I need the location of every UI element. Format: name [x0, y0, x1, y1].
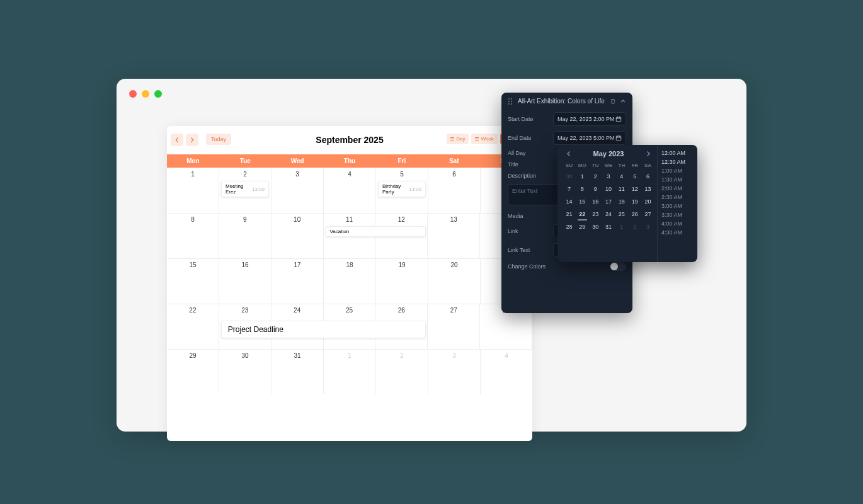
day-cell[interactable]: 4 — [481, 350, 532, 394]
day-cell[interactable]: 22 — [167, 304, 219, 349]
day-number: 15 — [167, 261, 219, 268]
picker-day[interactable]: 16 — [589, 196, 602, 207]
day-number: 12 — [375, 216, 427, 223]
picker-day[interactable]: 23 — [589, 209, 602, 220]
picker-next-button[interactable] — [644, 150, 652, 158]
picker-day[interactable]: 1 — [576, 171, 589, 182]
day-cell[interactable]: 20 — [428, 259, 481, 304]
today-button[interactable]: Today — [206, 134, 231, 145]
time-option[interactable]: 2:00 AM — [659, 184, 696, 193]
picker-day[interactable]: 3 — [641, 221, 654, 232]
view-week-button[interactable]: Week — [471, 134, 497, 144]
start-date-input[interactable]: May 22, 2023 2:00 PM — [553, 112, 626, 126]
time-option[interactable]: 12:30 AM — [659, 158, 696, 166]
calendar-icon — [615, 116, 622, 122]
picker-day[interactable]: 13 — [641, 183, 654, 195]
event-chip[interactable]: Vacation — [326, 226, 426, 237]
picker-day[interactable]: 22 — [576, 209, 589, 220]
time-option[interactable]: 1:30 AM — [659, 175, 696, 184]
picker-day[interactable]: 20 — [641, 196, 654, 207]
day-cell[interactable]: 16 — [219, 259, 271, 304]
picker-day[interactable]: 29 — [576, 221, 589, 232]
time-option[interactable]: 4:30 AM — [659, 228, 696, 237]
picker-day[interactable]: 28 — [563, 221, 576, 232]
day-cell[interactable]: 1 — [324, 350, 376, 394]
time-option[interactable]: 12:00 AM — [659, 149, 696, 158]
picker-day[interactable]: 3 — [602, 171, 615, 182]
time-option[interactable]: 1:00 AM — [659, 166, 696, 175]
picker-day[interactable]: 2 — [628, 221, 641, 232]
picker-day[interactable]: 26 — [628, 209, 641, 220]
day-cell[interactable]: 27 — [428, 304, 480, 349]
day-cell[interactable]: 15 — [167, 259, 219, 304]
picker-day[interactable]: 30 — [589, 221, 602, 232]
collapse-icon[interactable] — [620, 98, 626, 105]
colors-toggle[interactable] — [610, 262, 626, 271]
picker-prev-button[interactable] — [565, 150, 573, 158]
day-cell[interactable]: 3 — [271, 168, 324, 213]
day-cell[interactable]: 5Birthday Party13:00 — [376, 168, 428, 213]
day-cell[interactable]: 10 — [271, 214, 324, 258]
day-cell[interactable]: 3 — [428, 350, 481, 394]
picker-day[interactable]: 9 — [589, 183, 602, 195]
day-cell[interactable]: 2 — [376, 350, 428, 394]
day-cell[interactable]: 29 — [167, 350, 219, 394]
day-cell[interactable]: 4 — [324, 168, 376, 213]
picker-day[interactable]: 11 — [615, 183, 628, 195]
picker-day[interactable]: 21 — [563, 209, 576, 220]
day-cell[interactable]: 8 — [167, 214, 219, 258]
picker-day[interactable]: 19 — [628, 196, 641, 207]
day-cell[interactable]: 31 — [271, 350, 324, 394]
picker-day[interactable]: 2 — [589, 171, 602, 182]
picker-day[interactable]: 7 — [563, 183, 576, 195]
time-option[interactable]: 3:30 AM — [659, 210, 696, 219]
picker-day[interactable]: 4 — [615, 171, 628, 182]
end-date-input[interactable]: May 22, 2023 5:00 PM — [553, 131, 626, 145]
time-option[interactable]: 2:30 AM — [659, 193, 696, 202]
day-cell[interactable]: 17 — [271, 259, 324, 304]
picker-day[interactable]: 14 — [563, 196, 576, 207]
next-button[interactable] — [186, 134, 198, 146]
picker-day[interactable]: 25 — [615, 209, 628, 220]
picker-day[interactable]: 30 — [563, 171, 576, 182]
day-number: 6 — [428, 171, 480, 178]
view-day-label: Day — [456, 136, 465, 142]
picker-day[interactable]: 15 — [576, 196, 589, 207]
picker-day[interactable]: 12 — [628, 183, 641, 195]
picker-day[interactable]: 24 — [602, 209, 615, 220]
picker-day[interactable]: 17 — [602, 196, 615, 207]
event-chip[interactable]: Birthday Party13:00 — [378, 181, 426, 197]
time-list[interactable]: 12:00 AM12:30 AM1:00 AM1:30 AM2:00 AM2:3… — [657, 145, 697, 262]
day-number: 27 — [428, 307, 479, 314]
trash-icon[interactable] — [610, 98, 616, 105]
view-day-button[interactable]: Day — [447, 134, 469, 144]
drag-handle-icon[interactable] — [508, 98, 514, 105]
editor-title: All-Art Exhibition: Colors of Life — [518, 98, 606, 105]
day-cell[interactable]: 1 — [167, 168, 219, 213]
time-option[interactable]: 3:00 AM — [659, 202, 696, 210]
event-label: Birthday Party — [382, 183, 405, 195]
event-chip[interactable]: Project Deadline — [221, 321, 426, 338]
prev-button[interactable] — [171, 134, 183, 146]
day-cell[interactable]: 18 — [324, 259, 376, 304]
picker-day[interactable]: 8 — [576, 183, 589, 195]
svg-point-4 — [508, 103, 510, 105]
picker-day[interactable]: 10 — [602, 183, 615, 195]
day-cell[interactable]: 9 — [219, 214, 271, 258]
maximize-dot[interactable] — [154, 90, 162, 98]
picker-day[interactable]: 6 — [641, 171, 654, 182]
picker-day[interactable]: 31 — [602, 221, 615, 232]
day-cell[interactable]: 13 — [428, 214, 480, 258]
picker-day[interactable]: 5 — [628, 171, 641, 182]
time-option[interactable]: 4:00 AM — [659, 219, 696, 228]
minimize-dot[interactable] — [142, 90, 149, 98]
close-dot[interactable] — [129, 90, 137, 98]
event-chip[interactable]: Meeting Erez13:00 — [221, 181, 269, 197]
day-cell[interactable]: 6 — [428, 168, 481, 213]
picker-day[interactable]: 18 — [615, 196, 628, 207]
picker-day[interactable]: 27 — [641, 209, 654, 220]
day-cell[interactable]: 2Meeting Erez13:00 — [219, 168, 271, 213]
picker-day[interactable]: 1 — [615, 221, 628, 232]
day-cell[interactable]: 30 — [219, 350, 271, 394]
day-cell[interactable]: 19 — [376, 259, 428, 304]
